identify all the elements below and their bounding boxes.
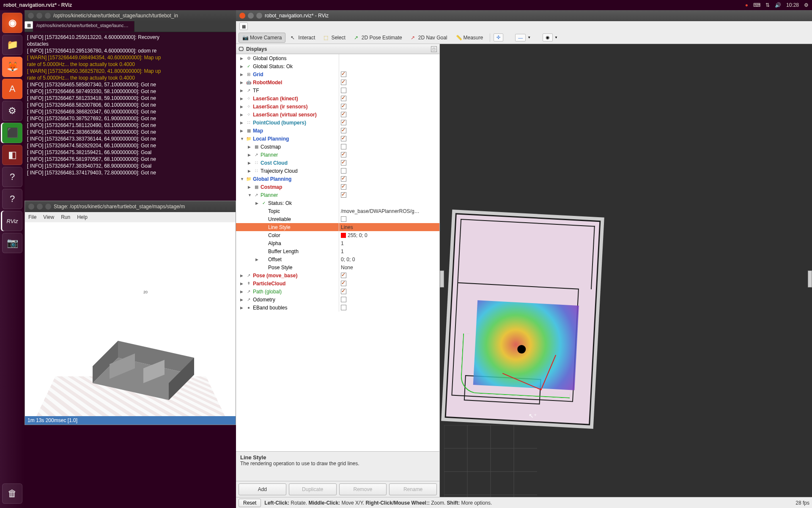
rviz-3d-viewport[interactable]: ↖⁺	[440, 44, 812, 497]
tree-row[interactable]: ▶⊞Grid	[236, 70, 439, 78]
tree-row[interactable]: ▶⁘LaserScan (virtual sensor)	[236, 110, 439, 119]
menu-view[interactable]: View	[43, 214, 54, 220]
tool-2d-pose-estimate[interactable]: ↗2D Pose Estimate	[351, 33, 406, 42]
tree-row[interactable]: ▶⁘LaserScan (ir sensors)	[236, 102, 439, 110]
launcher-rviz[interactable]: RViz	[2, 211, 22, 231]
menu-run[interactable]: Run	[61, 214, 70, 220]
displays-tree[interactable]: ▶⚙Global Options▶✓Global Status: Ok▶⊞Gri…	[236, 54, 439, 451]
tool-2d-nav-goal[interactable]: ↗2D Nav Goal	[407, 33, 451, 42]
gear-icon[interactable]: ⚙	[804, 2, 809, 8]
launcher-recorder[interactable]: 📷	[2, 233, 22, 253]
tree-row[interactable]: ▶↟ParticleCloud	[236, 279, 439, 287]
tree-row[interactable]: ▶⁘LaserScan (kinect)	[236, 94, 439, 102]
tree-row[interactable]: ▶🤖RobotModel	[236, 78, 439, 86]
tree-row[interactable]: Buffer Length1	[236, 247, 439, 255]
minimize-icon[interactable]	[36, 13, 42, 19]
add-display-button[interactable]: ✣	[494, 33, 503, 41]
terminal-tabs: ▦ /opt/ros/kinetic/share/turtlebot_stage…	[25, 21, 236, 32]
reset-button[interactable]: Reset	[239, 499, 261, 507]
minimize-icon[interactable]	[248, 13, 254, 19]
close-icon[interactable]	[28, 13, 34, 19]
close-panel-icon[interactable]: □	[431, 46, 437, 52]
maximize-icon[interactable]	[45, 204, 51, 210]
remove-display-button[interactable]: —	[515, 34, 526, 41]
tree-row[interactable]: ▼📁Global Planning	[236, 175, 439, 183]
tool-move-camera[interactable]: 📷Move Camera	[239, 33, 285, 43]
tree-row[interactable]: ▼↗Planner	[236, 191, 439, 199]
menu-toggle-icon[interactable]: ▦	[239, 22, 248, 30]
terminal-tab-1[interactable]: /opt/ros/kinetic/share/turtlebot_stage/l…	[33, 21, 134, 32]
launcher-files[interactable]: 📁	[2, 35, 22, 55]
tree-row[interactable]: Unreliable	[236, 215, 439, 223]
tree-row[interactable]: ▶↗TF	[236, 86, 439, 94]
tree-row[interactable]: Topic/move_base/DWAPlannerROS/g…	[236, 207, 439, 215]
tree-row[interactable]: ▶▦Costmap	[236, 143, 439, 151]
launcher-trash[interactable]: 🗑	[2, 483, 22, 504]
grid-overlay	[444, 425, 537, 497]
tree-row[interactable]: ▶↗Path (global)	[236, 287, 439, 295]
tool-interact[interactable]: ↖Interact	[287, 33, 318, 42]
rename-button[interactable]: Rename	[389, 483, 437, 495]
tree-row[interactable]: Pose StyleNone	[236, 263, 439, 271]
launcher-help2[interactable]: ?	[2, 189, 22, 209]
desc-text: The rendering operation to use to draw t…	[240, 461, 359, 467]
launcher-dash[interactable]: ◉	[2, 13, 22, 33]
tree-row[interactable]: ▶⚙Global Options	[236, 54, 439, 62]
launcher-settings[interactable]: ⚙	[2, 101, 22, 121]
hint-text: Left-Click: Rotate. Middle-Click: Move X…	[264, 500, 492, 506]
tree-row[interactable]: ▶∷Cost Cloud	[236, 159, 439, 167]
network-icon[interactable]: ⇅	[765, 2, 770, 8]
maximize-icon[interactable]	[45, 13, 51, 19]
launcher-help1[interactable]: ?	[2, 167, 22, 187]
tree-row[interactable]: Alpha1	[236, 239, 439, 247]
rviz-statusbar: Reset Left-Click: Rotate. Middle-Click: …	[236, 497, 812, 508]
tree-row[interactable]: ▼📁Local Planning	[236, 135, 439, 143]
panel-drag-handle[interactable]	[808, 271, 812, 287]
tree-row[interactable]: ▶●EBand boubles	[236, 304, 439, 312]
select-icon: ⬚	[324, 35, 329, 41]
keyboard-icon[interactable]: ⌨	[753, 2, 760, 8]
minimize-icon[interactable]	[37, 204, 43, 210]
rviz-titlebar[interactable]: robot_navigation.rviz* - RViz	[236, 10, 812, 21]
tree-row[interactable]: ▶∷PointCloud (bumpers)	[236, 119, 439, 127]
remove-button[interactable]: Remove	[339, 483, 387, 495]
panel-drag-handle[interactable]	[440, 271, 444, 287]
terminal-output[interactable]: [ INFO] [1573266410.255013220, 4.6000000…	[25, 32, 236, 201]
fps-counter: 28 fps	[796, 500, 809, 506]
tree-row[interactable]: ▶↗Pose (move_base)	[236, 271, 439, 279]
tree-row[interactable]: ▶↗Odometry	[236, 295, 439, 304]
tool-select[interactable]: ⬚Select	[320, 33, 348, 42]
menu-help[interactable]: Help	[77, 214, 88, 220]
close-icon[interactable]	[28, 204, 34, 210]
clock[interactable]: 10:28	[786, 2, 799, 8]
tree-row[interactable]: Color255; 0; 0	[236, 231, 439, 239]
close-icon[interactable]	[239, 13, 245, 19]
record-icon[interactable]: ●	[745, 2, 748, 8]
add-button[interactable]: Add	[239, 483, 286, 495]
tree-row[interactable]: ▶✓Status: Ok	[236, 199, 439, 207]
duplicate-button[interactable]: Duplicate	[289, 483, 337, 495]
launcher-terminal[interactable]: ⬛	[2, 123, 22, 143]
volume-icon[interactable]: 🔊	[775, 2, 781, 8]
launcher-software[interactable]: A	[2, 79, 22, 99]
tree-row[interactable]: ▶✓Global Status: Ok	[236, 62, 439, 70]
new-tab-button[interactable]: ▦	[25, 21, 33, 29]
maximize-icon[interactable]	[256, 13, 262, 19]
tool-measure[interactable]: 📏Measure	[453, 33, 487, 42]
stage-3d-model	[84, 324, 203, 409]
tree-row[interactable]: ▶↗Planner	[236, 151, 439, 159]
stage-viewport[interactable]: 20 10	[25, 222, 236, 416]
tree-row[interactable]: ▶Offset0; 0; 0	[236, 255, 439, 263]
tree-row[interactable]: ▶∷Trajectory Cloud	[236, 167, 439, 175]
terminal-titlebar[interactable]: /opt/ros/kinetic/share/turtlebot_stage/l…	[25, 10, 236, 21]
camera-icon: 📷	[242, 35, 248, 41]
view-button[interactable]: ◉	[543, 33, 553, 41]
tree-row[interactable]: ▶▦Map	[236, 127, 439, 135]
displays-header[interactable]: 🖵 Displays □	[236, 44, 439, 54]
menu-file[interactable]: File	[28, 214, 36, 220]
stage-titlebar[interactable]: Stage: /opt/ros/kinetic/share/turtlebot_…	[25, 201, 236, 212]
tree-row[interactable]: ▶▦Costmap	[236, 183, 439, 191]
launcher-firefox[interactable]: 🦊	[2, 57, 22, 77]
launcher-app1[interactable]: ◧	[2, 145, 22, 165]
tree-row[interactable]: Line StyleLines	[236, 223, 439, 231]
